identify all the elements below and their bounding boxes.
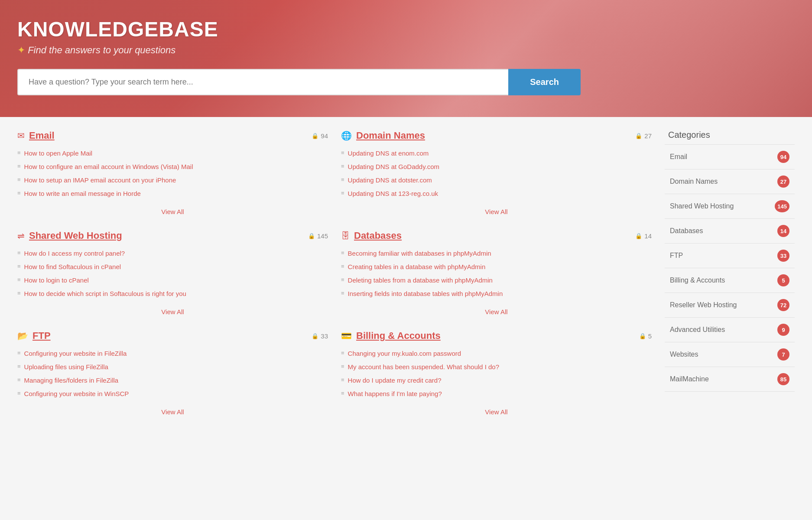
article-link[interactable]: How to setup an IMAP email account on yo… (24, 176, 176, 185)
category-title-email[interactable]: Email (29, 130, 55, 141)
article-icon: ≡ (17, 150, 21, 156)
sidebar-item[interactable]: FTP33 (665, 244, 795, 268)
list-item: ≡Creating tables in a database with phpM… (341, 260, 652, 273)
article-link[interactable]: Configuring your website in WinSCP (24, 389, 129, 398)
article-link[interactable]: How to write an email message in Horde (24, 189, 141, 198)
sidebar-item[interactable]: Domain Names27 (665, 169, 795, 194)
sidebar-badge: 72 (777, 299, 789, 311)
header-subtitle: ✦ Find the answers to your questions (17, 45, 795, 56)
count-databases: 14 (644, 232, 652, 240)
article-icon: ≡ (17, 377, 21, 383)
list-item: ≡Changing your my.kualo.com password (341, 347, 652, 360)
article-link[interactable]: What happens if I'm late paying? (348, 389, 442, 398)
sidebar-item[interactable]: MailMachine85 (665, 367, 795, 392)
article-icon: ≡ (17, 390, 21, 396)
article-link[interactable]: How to configure an email account in Win… (24, 162, 193, 171)
view-all-ftp[interactable]: View All (17, 406, 328, 417)
article-link[interactable]: How to decide which script in Softaculou… (24, 289, 186, 298)
category-section-databases: 🗄Databases🔒14≡Becoming familiar with dat… (341, 230, 652, 317)
view-all-email[interactable]: View All (17, 206, 328, 217)
category-header-email: ✉Email🔒94 (17, 130, 328, 141)
article-list-databases: ≡Becoming familiar with databases in php… (341, 247, 652, 300)
article-link[interactable]: How to open Apple Mail (24, 149, 93, 158)
sidebar-item[interactable]: Email94 (665, 144, 795, 169)
article-icon: ≡ (17, 276, 21, 283)
article-icon: ≡ (17, 176, 21, 183)
sidebar-item[interactable]: Shared Web Hosting145 (665, 194, 795, 219)
sidebar-item-label: Domain Names (670, 178, 718, 185)
category-title-ftp[interactable]: FTP (32, 330, 51, 341)
article-icon: ≡ (341, 263, 344, 270)
category-header-ftp: 📂FTP🔒33 (17, 330, 328, 341)
sidebar-item[interactable]: Advanced Utilities9 (665, 318, 795, 342)
article-link[interactable]: Becoming familiar with databases in phpM… (348, 249, 491, 258)
category-section-email: ✉Email🔒94≡How to open Apple Mail≡How to … (17, 130, 328, 217)
lock-icon-email: 🔒 (312, 133, 318, 139)
article-link[interactable]: Updating DNS at 123-reg.co.uk (348, 189, 438, 198)
article-link[interactable]: Configuring your website in FileZilla (24, 349, 127, 358)
sidebar: Categories Email94Domain Names27Shared W… (665, 130, 795, 430)
article-link[interactable]: Updating DNS at dotster.com (348, 176, 432, 185)
search-bar: Search (17, 69, 581, 95)
category-header-billing: 💳Billing & Accounts🔒5 (341, 330, 652, 341)
category-section-ftp: 📂FTP🔒33≡Configuring your website in File… (17, 330, 328, 417)
article-link[interactable]: Uploading files using FileZilla (24, 362, 108, 371)
view-all-databases[interactable]: View All (341, 306, 652, 317)
article-link[interactable]: How do I update my credit card? (348, 376, 442, 385)
article-link[interactable]: Deleting tables from a database with php… (348, 276, 493, 285)
view-all-billing[interactable]: View All (341, 406, 652, 417)
category-header-domain-names: 🌐Domain Names🔒27 (341, 130, 652, 141)
category-title-domain-names[interactable]: Domain Names (356, 130, 425, 141)
sidebar-item[interactable]: Reseller Web Hosting72 (665, 293, 795, 318)
category-section-domain-names: 🌐Domain Names🔒27≡Updating DNS at enom.co… (341, 130, 652, 217)
article-icon: ≡ (17, 190, 21, 196)
sidebar-item[interactable]: Databases14 (665, 219, 795, 244)
sidebar-list: Email94Domain Names27Shared Web Hosting1… (665, 144, 795, 392)
list-item: ≡Becoming familiar with databases in php… (341, 247, 652, 260)
category-title-billing[interactable]: Billing & Accounts (356, 330, 441, 341)
category-title-shared-web-hosting[interactable]: Shared Web Hosting (29, 230, 122, 241)
list-item: ≡How to login to cPanel (17, 273, 328, 287)
search-input[interactable] (17, 69, 508, 95)
databases-icon: 🗄 (341, 231, 350, 241)
count-domain-names: 27 (644, 132, 652, 140)
article-link[interactable]: Creating tables in a database with phpMy… (348, 262, 486, 271)
sidebar-item-label: Shared Web Hosting (670, 202, 734, 210)
view-all-shared-web-hosting[interactable]: View All (17, 306, 328, 317)
list-item: ≡How to decide which script in Softaculo… (17, 287, 328, 300)
article-icon: ≡ (341, 163, 344, 169)
article-icon: ≡ (341, 350, 344, 356)
article-list-shared-web-hosting: ≡How do I access my control panel?≡How t… (17, 247, 328, 300)
ftp-icon: 📂 (17, 331, 28, 341)
search-button[interactable]: Search (508, 69, 581, 95)
article-link[interactable]: How to find Softaculous in cPanel (24, 262, 121, 271)
list-item: ≡Inserting fields into database tables w… (341, 287, 652, 300)
sidebar-item[interactable]: Billing & Accounts5 (665, 268, 795, 293)
article-link[interactable]: Updating DNS at enom.com (348, 149, 429, 158)
article-link[interactable]: My account has been suspended. What shou… (348, 362, 499, 371)
article-list-domain-names: ≡Updating DNS at enom.com≡Updating DNS a… (341, 146, 652, 200)
articles-column-col-right: 🌐Domain Names🔒27≡Updating DNS at enom.co… (341, 130, 652, 430)
article-link[interactable]: Changing your my.kualo.com password (348, 349, 461, 358)
sidebar-item[interactable]: Websites7 (665, 342, 795, 367)
article-icon: ≡ (341, 377, 344, 383)
article-link[interactable]: Managing files/folders in FileZilla (24, 376, 119, 385)
sidebar-item-label: Billing & Accounts (670, 276, 725, 284)
article-icon: ≡ (17, 363, 21, 370)
sidebar-badge: 5 (777, 274, 789, 286)
category-title-databases[interactable]: Databases (354, 230, 402, 241)
article-link[interactable]: How do I access my control panel? (24, 249, 125, 258)
sidebar-title: Categories (665, 130, 795, 140)
sidebar-item-label: FTP (670, 252, 683, 260)
list-item: ≡How to setup an IMAP email account on y… (17, 173, 328, 187)
article-link[interactable]: How to login to cPanel (24, 276, 89, 285)
article-link[interactable]: Inserting fields into database tables wi… (348, 289, 503, 298)
article-link[interactable]: Updating DNS at GoDaddy.com (348, 162, 440, 171)
lock-icon-billing: 🔒 (639, 333, 646, 339)
article-icon: ≡ (17, 163, 21, 169)
list-item: ≡Updating DNS at 123-reg.co.uk (341, 187, 652, 200)
view-all-domain-names[interactable]: View All (341, 206, 652, 217)
sidebar-item-label: Websites (670, 351, 698, 358)
sidebar-badge: 33 (777, 250, 789, 262)
lock-icon-domain-names: 🔒 (635, 133, 642, 139)
